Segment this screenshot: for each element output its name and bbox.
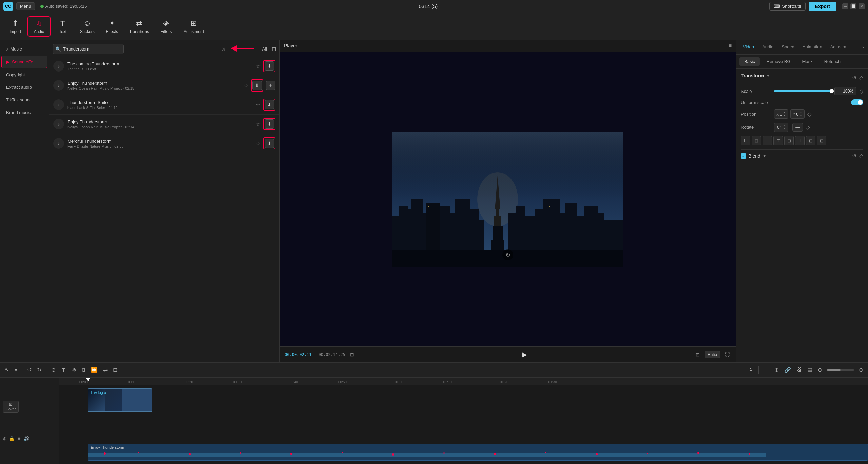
video-clip[interactable]: The fog o... [88, 388, 152, 412]
flip-button[interactable]: ⇌ [101, 365, 110, 375]
x-input[interactable]: X 0 ▲ ▼ [774, 109, 788, 119]
sfx-item[interactable]: ♪ Thunderstorm -Suite klaus back & Tini … [49, 95, 279, 115]
undo-button[interactable]: ↺ [25, 365, 34, 375]
download-button[interactable]: ⬇ [265, 119, 274, 129]
search-clear-icon[interactable]: ✕ [221, 46, 226, 52]
star-icon[interactable]: ☆ [244, 82, 248, 89]
star-icon[interactable]: ☆ [256, 140, 261, 147]
keyframe-icon[interactable]: ◇ [859, 75, 863, 81]
blend-check[interactable]: ✓ [741, 153, 746, 159]
align-center-h-icon[interactable]: ⊟ [752, 136, 761, 145]
connect-button[interactable]: ⋯ [761, 365, 771, 375]
filter-icon[interactable]: ⊟ [272, 46, 276, 52]
tab-animation[interactable]: Animation [798, 40, 826, 54]
tool-text[interactable]: T Text [51, 17, 75, 36]
tool-adjustment[interactable]: ⊞ Adjustment [178, 17, 209, 36]
align-bottom-icon[interactable]: ⊥ [795, 136, 805, 145]
minimize-button[interactable]: — [842, 3, 848, 9]
tool-filters[interactable]: ◈ Filters [154, 17, 178, 36]
sfx-item[interactable]: ♪ Enjoy Thunderstorm Nellys Ocean Rain M… [49, 76, 279, 95]
play-button[interactable]: ▶ [520, 349, 530, 360]
duplicate-button[interactable]: ⧉ [80, 366, 88, 375]
sidebar-item-extract-audio[interactable]: Extract audio [1, 81, 47, 93]
tool-effects[interactable]: ✦ Effects [100, 17, 124, 36]
sfx-search-input[interactable] [53, 44, 124, 54]
menu-button[interactable]: Menu [16, 2, 35, 10]
position-keyframe-icon[interactable]: ◇ [807, 111, 811, 117]
sfx-item[interactable]: ♪ Enjoy Thunderstorm Nellys Ocean Rain M… [49, 115, 279, 134]
scale-slider-thumb[interactable] [830, 89, 834, 93]
sfx-item[interactable]: ♪ Merciful Thunderstorm Fairy Drizzle Na… [49, 134, 279, 153]
scale-slider-track[interactable] [774, 90, 832, 92]
scale-keyframe-icon[interactable]: ◇ [859, 88, 863, 95]
rotate-keyframe-icon[interactable]: ◇ [806, 124, 810, 130]
blend-reset-icon[interactable]: ↺ [852, 153, 856, 159]
audio-track[interactable]: Enjoy Thunderstorm [88, 444, 868, 461]
star-icon[interactable]: ☆ [256, 121, 261, 127]
y-stepper[interactable]: ▲ ▼ [799, 111, 802, 117]
freeze-button[interactable]: ❄ [70, 365, 78, 375]
sfx-item[interactable]: ♪ The coming Thunderstorm Tonitribus · 0… [49, 57, 279, 76]
tab-adjustment[interactable]: Adjustm... [826, 40, 854, 54]
subtab-basic[interactable]: Basic [739, 57, 760, 66]
align-top-icon[interactable]: ⊤ [773, 136, 783, 145]
y-input[interactable]: Y 0 ▲ ▼ [790, 109, 805, 119]
select-tool-button[interactable]: ↖ [3, 365, 11, 375]
unlink-button[interactable]: ⛓ [794, 366, 804, 375]
split-button[interactable]: ⊘ [49, 365, 58, 375]
shortcuts-button[interactable]: ⌨ Shortcuts [769, 2, 805, 11]
tool-stickers[interactable]: ☺ Stickers [75, 17, 100, 36]
delete-button[interactable]: 🗑 [59, 366, 69, 375]
fullscreen-button[interactable]: ⛶ [724, 351, 731, 358]
distribute-v-icon[interactable]: ⊟ [817, 136, 826, 145]
merge-button[interactable]: ⊕ [772, 365, 781, 375]
sidebar-item-brand-music[interactable]: Brand music [1, 106, 47, 118]
export-button[interactable]: Export [809, 2, 836, 11]
distribute-h-icon[interactable]: ⊟ [806, 136, 815, 145]
sidebar-item-sound-effects[interactable]: ▶ Sound effe... [1, 56, 47, 68]
play-forward-button[interactable]: ⏩ [89, 365, 100, 375]
close-button[interactable]: ✕ [859, 3, 865, 9]
tool-audio[interactable]: ♫ Audio [27, 16, 51, 37]
x-stepper[interactable]: ▲ ▼ [783, 111, 786, 117]
sidebar-item-music[interactable]: ♪ Music [1, 43, 47, 55]
subtab-retouch[interactable]: Retouch [819, 57, 845, 66]
ratio-button[interactable]: Ratio [705, 351, 720, 358]
align-right-icon[interactable]: ⊣ [763, 136, 772, 145]
audio-mute-button[interactable]: 🔊 [23, 436, 29, 441]
reset-icon[interactable]: ↺ [852, 75, 856, 81]
filter-all-button[interactable]: All [259, 45, 270, 53]
playhead[interactable] [88, 385, 88, 464]
select-dropdown[interactable]: ▾ [13, 365, 19, 375]
align-left-icon[interactable]: ⊢ [741, 136, 750, 145]
download-button[interactable]: ⬇ [265, 61, 274, 71]
player-menu-icon[interactable]: ≡ [729, 43, 732, 49]
rotate-stepper[interactable]: ▲ ▼ [783, 124, 785, 130]
star-icon[interactable]: ☆ [256, 102, 261, 108]
download-button[interactable]: ⬇ [265, 100, 274, 109]
subtab-mask[interactable]: Mask [797, 57, 817, 66]
tab-video[interactable]: Video [739, 40, 758, 54]
download-button[interactable]: ⬇ [265, 139, 274, 148]
cover-button[interactable]: 🖼 Cover [3, 401, 19, 413]
redo-button[interactable]: ↻ [35, 365, 43, 375]
add-button[interactable]: + [266, 81, 275, 90]
sidebar-item-tiktok[interactable]: TikTok soun... [1, 94, 47, 106]
crop-tl-button[interactable]: ⊡ [111, 365, 119, 375]
chapters-button[interactable]: ⊟ [349, 351, 355, 358]
crop-button[interactable]: ⊡ [694, 351, 701, 358]
microphone-button[interactable]: 🎙 [746, 366, 756, 375]
tab-speed[interactable]: Speed [777, 40, 798, 54]
sidebar-item-copyright[interactable]: Copyright [1, 69, 47, 81]
link-button[interactable]: 🔗 [782, 365, 793, 375]
zoom-out-button[interactable]: ⊖ [816, 365, 824, 375]
caption-button[interactable]: ▤ [805, 365, 814, 375]
rotate-input[interactable]: 0° ▲ ▼ [774, 123, 788, 132]
tool-import[interactable]: ⬆ Import [3, 17, 27, 36]
audio-add-button[interactable]: ⊕ [3, 436, 7, 441]
scale-value[interactable]: 100% [834, 87, 856, 95]
download-button[interactable]: ⬇ [252, 81, 262, 90]
tab-audio[interactable]: Audio [758, 40, 777, 54]
fit-button[interactable]: ⊙ [857, 365, 865, 375]
uniform-scale-toggle[interactable] [851, 99, 863, 105]
